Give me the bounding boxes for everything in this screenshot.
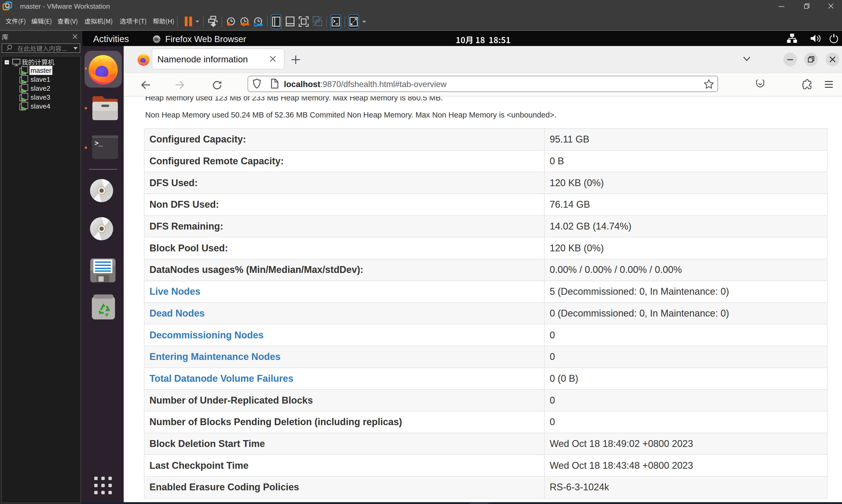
- svg-text:>_: >_: [94, 140, 103, 147]
